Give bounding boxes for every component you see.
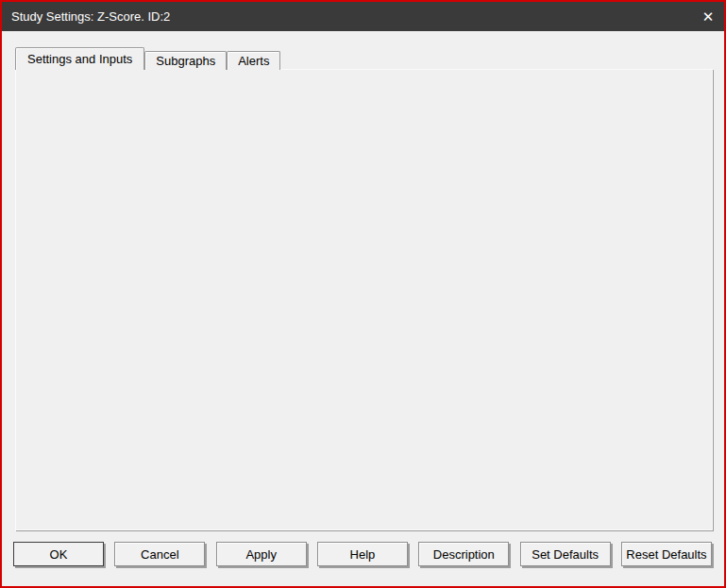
tab-settings-and-inputs[interactable]: Settings and Inputs [15,47,144,70]
reset-defaults-button[interactable]: Reset Defaults [621,542,712,566]
tab-label: Settings and Inputs [27,52,132,66]
help-button[interactable]: Help [317,542,408,566]
tab-label: Subgraphs [156,54,215,68]
close-button[interactable]: ✕ [692,2,724,31]
settings-tab-page [15,69,713,530]
description-button[interactable]: Description [418,542,509,566]
window-title: Study Settings: Z-Score. ID:2 [2,9,170,24]
tab-label: Alerts [238,54,269,68]
set-defaults-button[interactable]: Set Defaults [520,542,611,566]
close-icon: ✕ [702,8,715,25]
ok-button[interactable]: OK [13,542,104,566]
apply-button[interactable]: Apply [216,542,307,566]
study-settings-dialog: Study Settings: Z-Score. ID:2 ✕ Settings… [0,0,726,588]
tab-alerts[interactable]: Alerts [227,51,280,70]
cancel-button[interactable]: Cancel [114,542,205,566]
title-bar: Study Settings: Z-Score. ID:2 ✕ [2,2,724,31]
tab-strip: Settings and Inputs Subgraphs Alerts [15,47,280,70]
dialog-button-row: OK Cancel Apply Help Description Set Def… [13,542,712,566]
tab-subgraphs[interactable]: Subgraphs [144,51,227,70]
